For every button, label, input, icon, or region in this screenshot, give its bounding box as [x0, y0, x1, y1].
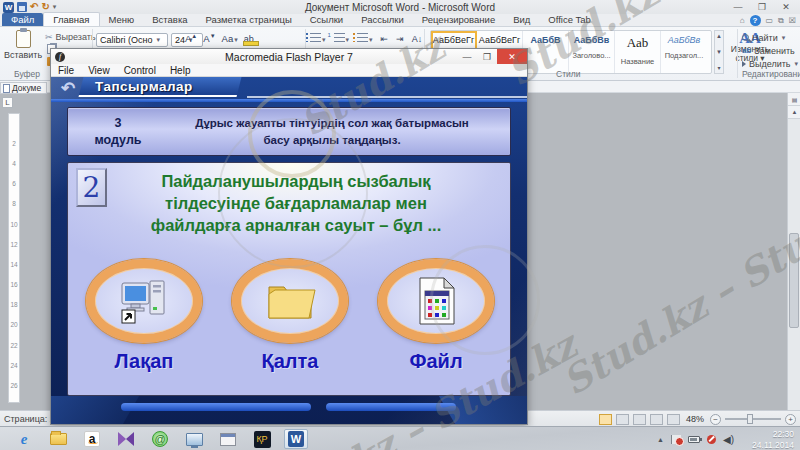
clipboard-group-label: Буфер	[14, 69, 40, 79]
taskbar-clock[interactable]: 22:30 24.11.2014	[752, 429, 794, 450]
tab-mailings[interactable]: Рассылки	[352, 13, 413, 26]
style-heading1[interactable]: АаБбВ	[523, 31, 569, 73]
decrease-indent-icon[interactable]: ⇤	[381, 34, 389, 44]
save-icon[interactable]	[17, 2, 27, 12]
back-arrow-icon[interactable]: ↷	[61, 78, 75, 99]
action-center-icon[interactable]	[671, 435, 681, 444]
tab-menu[interactable]: Меню	[100, 13, 144, 26]
font-name-select[interactable]: Calibri (Осно▾	[96, 33, 168, 47]
kz-app-icon[interactable]: ҚР	[250, 429, 274, 449]
slide-header: Тапсырмалар	[95, 79, 193, 94]
option-ring[interactable]	[86, 259, 202, 343]
word-app-icon[interactable]: W	[3, 2, 14, 13]
flash-minimize-button[interactable]: —	[457, 49, 477, 64]
draft-view-button[interactable]	[667, 414, 680, 425]
print-layout-view-button[interactable]	[599, 414, 612, 425]
muted-device-icon[interactable]	[707, 435, 716, 444]
style-title[interactable]: Аab Название	[615, 31, 661, 73]
gallery-more-icon[interactable]: ▾	[717, 64, 720, 71]
scroll-up-icon[interactable]: ▲	[788, 106, 800, 119]
zoom-level[interactable]: 48%	[686, 414, 704, 424]
internet-explorer-icon[interactable]: e	[12, 429, 36, 449]
menu-help[interactable]: Help	[163, 65, 198, 76]
ribbon-right-controls: ⌂ ? ▭ ⧉ ☒	[740, 15, 796, 26]
option-label[interactable]: Файл	[366, 350, 506, 373]
styles-gallery-scroll[interactable]: ▲ ▼ ▾	[714, 30, 724, 74]
home-icon[interactable]: ⌂	[740, 16, 745, 25]
tab-references[interactable]: Ссылки	[301, 13, 352, 26]
document-icon	[3, 84, 10, 93]
grow-font-button[interactable]: А▲	[185, 33, 197, 44]
style-heading2[interactable]: АаБбВв Заголово...	[569, 31, 615, 73]
tab-page-layout[interactable]: Разметка страницы	[197, 13, 301, 26]
bullets-button[interactable]: ▾	[310, 33, 326, 44]
option-ring[interactable]	[378, 259, 494, 343]
vertical-ruler: 246 81012 141618 202224 26	[8, 113, 20, 403]
style-subtitle[interactable]: АаБбВв Подзагол...	[661, 31, 707, 73]
minimize-ribbon-icon[interactable]: ▭	[766, 16, 774, 25]
close-doc-icon[interactable]: ☒	[789, 16, 796, 25]
help-icon[interactable]: ?	[750, 15, 761, 26]
vertical-scrollbar[interactable]: ▤ ▲	[787, 93, 800, 410]
numbering-button[interactable]: ▾	[334, 33, 350, 44]
option-ring[interactable]	[232, 259, 348, 343]
find-button[interactable]: Найти▾	[742, 31, 800, 44]
volume-icon[interactable]: ◀)	[723, 434, 734, 445]
cut-button[interactable]: ✂ Вырезать	[45, 32, 96, 42]
minimize-button[interactable]: —	[726, 0, 750, 13]
battery-icon[interactable]	[688, 436, 700, 443]
menu-control[interactable]: Control	[117, 65, 163, 76]
windows-icon[interactable]: ⧉	[778, 16, 784, 26]
tab-view[interactable]: Вид	[504, 13, 539, 26]
gallery-up-icon[interactable]: ▲	[716, 33, 722, 39]
qat-customize-icon[interactable]: ▾	[53, 3, 57, 11]
shrink-font-button[interactable]: А▼	[203, 33, 215, 44]
answer-option-file[interactable]: Файл	[366, 259, 506, 373]
multilevel-list-button[interactable]: ▾	[357, 33, 373, 44]
flash-maximize-button[interactable]: ❐	[477, 49, 497, 64]
redo-icon[interactable]: ↻	[41, 2, 49, 12]
web-layout-view-button[interactable]	[633, 414, 646, 425]
replace-button[interactable]: ab Заменить	[742, 44, 800, 57]
tab-stop-selector[interactable]: L	[2, 97, 13, 108]
tab-home[interactable]: Главная	[43, 12, 99, 26]
flash-titlebar[interactable]: f Macromedia Flash Player 7 — ❐ ✕	[51, 49, 527, 64]
menu-file[interactable]: File	[51, 65, 81, 76]
highlight-button[interactable]: ab	[244, 34, 254, 44]
increase-indent-icon[interactable]: ⇥	[396, 34, 404, 44]
outline-view-button[interactable]	[650, 414, 663, 425]
amazon-icon[interactable]: a	[80, 429, 104, 449]
zoom-slider[interactable]	[725, 418, 781, 420]
media-app-icon[interactable]	[216, 429, 240, 449]
sort-button[interactable]: А↓	[412, 34, 423, 44]
answer-option-folder[interactable]: Қалта	[220, 259, 360, 373]
tray-expand-icon[interactable]: ▲	[657, 436, 664, 443]
ruler-toggle-icon[interactable]: ▤	[788, 93, 800, 106]
tab-review[interactable]: Рецензирование	[413, 13, 504, 26]
undo-icon[interactable]: ↶	[30, 2, 38, 12]
word-taskbar-icon[interactable]: W	[284, 429, 308, 449]
fullscreen-view-button[interactable]	[616, 414, 629, 425]
close-button[interactable]: ✕	[774, 0, 798, 13]
menu-view[interactable]: View	[81, 65, 117, 76]
navigation-pane-header[interactable]: Докуме	[0, 82, 47, 94]
tab-office-tab[interactable]: Office Tab	[539, 13, 599, 26]
restore-button[interactable]: ❐	[750, 0, 774, 13]
kmplayer-icon[interactable]	[114, 429, 138, 449]
change-case-button[interactable]: Аа▾	[222, 33, 238, 44]
flash-close-button[interactable]: ✕	[497, 49, 527, 64]
answer-option-computer[interactable]: Лақап	[74, 259, 214, 373]
instruction-box: 3 модуль Дұрыс жауапты тінтуірдің сол жа…	[67, 107, 511, 156]
gallery-down-icon[interactable]: ▼	[716, 49, 722, 55]
tab-insert[interactable]: Вставка	[143, 13, 196, 26]
file-explorer-icon[interactable]	[46, 429, 70, 449]
scrollbar-thumb[interactable]	[789, 233, 799, 328]
zoom-out-button[interactable]: −	[710, 414, 721, 425]
tab-file[interactable]: Файл	[2, 13, 43, 26]
zoom-in-button[interactable]: +	[785, 414, 796, 425]
zoom-slider-thumb[interactable]	[747, 414, 753, 424]
mail-agent-icon[interactable]: @	[148, 429, 172, 449]
option-label[interactable]: Қалта	[220, 350, 360, 373]
option-label[interactable]: Лақап	[74, 350, 214, 373]
monitor-app-icon[interactable]	[182, 429, 206, 449]
